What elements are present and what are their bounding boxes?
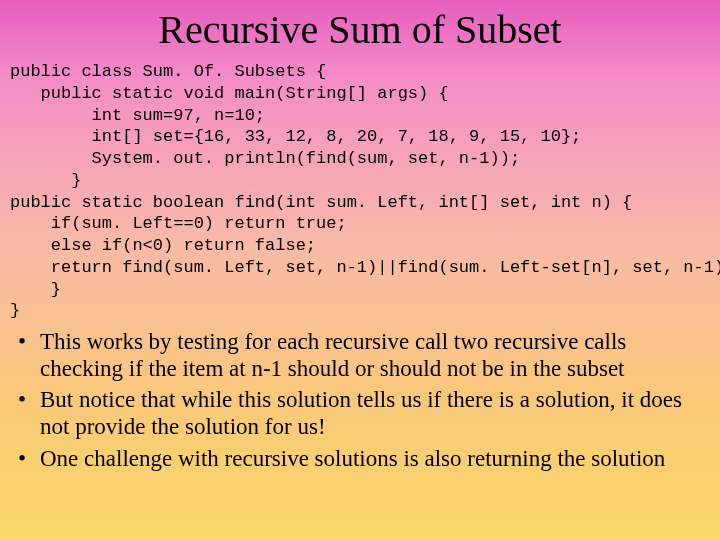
list-item: This works by testing for each recursive… bbox=[40, 328, 702, 382]
slide: Recursive Sum of Subset public class Sum… bbox=[0, 0, 720, 540]
code-block: public class Sum. Of. Subsets { public s… bbox=[0, 61, 720, 328]
slide-title: Recursive Sum of Subset bbox=[0, 0, 720, 61]
bullet-list: This works by testing for each recursive… bbox=[0, 328, 720, 472]
list-item: One challenge with recursive solutions i… bbox=[40, 445, 702, 472]
list-item: But notice that while this solution tell… bbox=[40, 386, 702, 440]
